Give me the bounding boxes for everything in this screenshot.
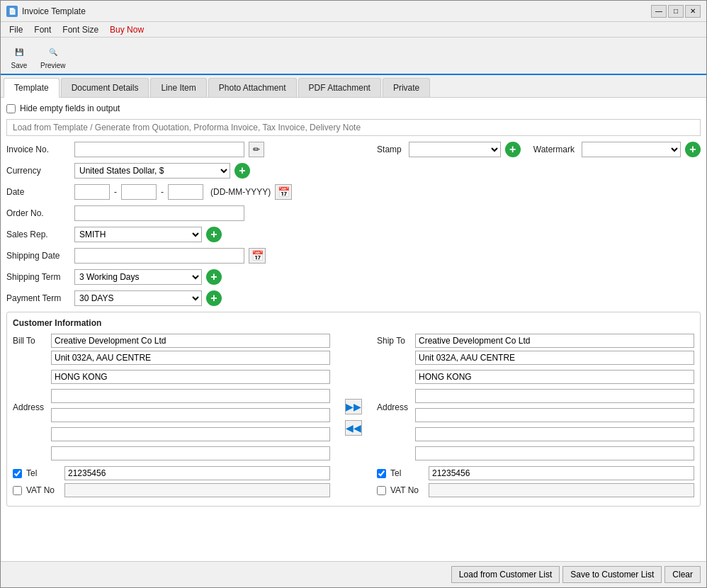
content-area: Hide empty fields in output Invoice No. …: [1, 98, 706, 587]
watermark-add-button[interactable]: +: [685, 142, 701, 157]
bill-tel-label: Tel: [26, 468, 62, 478]
bill-address-1-input[interactable]: [51, 351, 330, 365]
shipping-date-input[interactable]: [74, 248, 244, 264]
menu-buy-now[interactable]: Buy Now: [104, 23, 149, 36]
customer-divider: ▶▶ ◀◀: [336, 334, 371, 500]
bill-to-input[interactable]: [51, 334, 330, 348]
watermark-label: Watermark: [533, 145, 575, 154]
bill-tel-input[interactable]: [64, 466, 330, 480]
ship-address-3-input[interactable]: [415, 389, 694, 403]
save-to-customer-button[interactable]: Save to Customer List: [562, 566, 662, 583]
ship-to-column: Ship To Address: [371, 334, 694, 500]
bill-address-4-input[interactable]: [51, 408, 330, 422]
ship-address-4-input[interactable]: [415, 408, 694, 422]
bill-tel-row: Tel: [13, 466, 330, 480]
shipping-date-row: Shipping Date 📅: [6, 248, 701, 264]
ship-address-6-input[interactable]: [415, 446, 694, 460]
load-from-customer-button[interactable]: Load from Customer List: [451, 566, 560, 583]
tab-template[interactable]: Template: [4, 78, 60, 98]
invoice-no-input[interactable]: [74, 142, 244, 157]
bill-tel-checkbox[interactable]: [13, 469, 22, 478]
menu-file[interactable]: File: [4, 23, 28, 36]
toolbar: 💾 Save 🔍 Preview: [1, 38, 706, 75]
ship-address-1-input[interactable]: [415, 351, 694, 365]
tab-pdf-attachment[interactable]: PDF Attachment: [298, 78, 381, 97]
ship-tel-label: Tel: [390, 468, 426, 478]
app-title: Invoice Template: [22, 6, 86, 16]
bill-address-6-input[interactable]: [51, 446, 330, 460]
template-banner-input[interactable]: [6, 119, 701, 136]
copy-left-button[interactable]: ◀◀: [345, 420, 362, 436]
tab-photo-attachment[interactable]: Photo Attachment: [208, 78, 297, 97]
ship-vat-input[interactable]: [429, 483, 694, 497]
ship-to-input[interactable]: [415, 334, 694, 348]
date-dash-2: -: [161, 187, 164, 197]
currency-add-button[interactable]: +: [234, 163, 250, 179]
tab-private[interactable]: Private: [383, 78, 430, 97]
save-button[interactable]: 💾 Save: [6, 40, 32, 71]
main-content-area: Hide empty fields in output Invoice No. …: [1, 98, 706, 587]
date-label: Date: [6, 187, 70, 197]
scrollable-content: Hide empty fields in output Invoice No. …: [1, 98, 706, 587]
hide-empty-label: Hide empty fields in output: [20, 103, 120, 113]
tab-line-item[interactable]: Line Item: [150, 78, 206, 97]
copy-right-button[interactable]: ▶▶: [345, 399, 362, 414]
tab-document-details[interactable]: Document Details: [61, 78, 149, 97]
bill-vat-input[interactable]: [64, 483, 330, 497]
bill-vat-row: VAT No: [13, 483, 330, 497]
hide-empty-row: Hide empty fields in output: [6, 103, 701, 113]
customer-info-title: Customer Information: [13, 318, 694, 328]
app-icon: 📄: [6, 6, 18, 17]
payment-term-add-button[interactable]: +: [206, 290, 222, 306]
date-day-input[interactable]: [74, 184, 110, 200]
date-year-input[interactable]: [168, 184, 203, 200]
bottom-bar: Load from Customer List Save to Customer…: [1, 561, 706, 587]
currency-row: Currency United States Dollar, $ +: [6, 163, 701, 179]
stamp-label: Stamp: [377, 145, 402, 154]
shipping-term-select[interactable]: 3 Working Days: [74, 269, 202, 285]
currency-select[interactable]: United States Dollar, $: [74, 163, 230, 179]
sales-rep-label: Sales Rep.: [6, 230, 70, 239]
menu-font-size[interactable]: Font Size: [57, 23, 104, 36]
bill-address-5-input[interactable]: [51, 427, 330, 441]
ship-vat-checkbox[interactable]: [377, 486, 386, 495]
bill-address-row: Address: [13, 351, 330, 463]
save-label: Save: [11, 62, 28, 69]
ship-to-row: Ship To: [377, 334, 694, 348]
stamp-select[interactable]: [409, 142, 501, 157]
preview-label: Preview: [40, 62, 66, 69]
bill-address-3-input[interactable]: [51, 389, 330, 403]
shipping-date-calendar-button[interactable]: 📅: [249, 248, 266, 264]
ship-tel-checkbox[interactable]: [377, 469, 386, 478]
bill-vat-checkbox[interactable]: [13, 486, 22, 495]
maximize-button[interactable]: □: [668, 5, 684, 18]
invoice-no-edit-button[interactable]: ✏: [249, 142, 264, 157]
bill-address-2-input[interactable]: [51, 370, 330, 384]
shipping-term-add-button[interactable]: +: [206, 269, 222, 285]
date-month-input[interactable]: [121, 184, 157, 200]
payment-term-label: Payment Term: [6, 293, 70, 303]
ship-tel-input[interactable]: [429, 466, 694, 480]
stamp-add-button[interactable]: +: [505, 142, 521, 157]
ship-address-2-input[interactable]: [415, 370, 694, 384]
sales-rep-select[interactable]: SMITH: [74, 227, 202, 242]
ship-address-label: Address: [377, 402, 412, 412]
tab-bar: Template Document Details Line Item Phot…: [1, 75, 706, 98]
ship-address-5-input[interactable]: [415, 427, 694, 441]
date-dash-1: -: [114, 187, 117, 197]
window-controls: — □ ✕: [651, 5, 701, 18]
hide-empty-checkbox[interactable]: [6, 104, 16, 113]
payment-term-select[interactable]: 30 DAYS: [74, 290, 202, 306]
bill-to-label: Bill To: [13, 336, 48, 346]
title-bar-left: 📄 Invoice Template: [6, 6, 86, 17]
menu-font[interactable]: Font: [28, 23, 57, 36]
close-button[interactable]: ✕: [685, 5, 701, 18]
date-calendar-button[interactable]: 📅: [275, 184, 292, 200]
minimize-button[interactable]: —: [651, 5, 667, 18]
clear-button[interactable]: Clear: [664, 566, 701, 583]
date-format-label: (DD-MM-YYYY): [210, 187, 271, 197]
preview-button[interactable]: 🔍 Preview: [38, 40, 69, 71]
sales-rep-add-button[interactable]: +: [206, 227, 222, 242]
order-no-input[interactable]: [74, 205, 244, 221]
watermark-select[interactable]: [582, 142, 681, 157]
